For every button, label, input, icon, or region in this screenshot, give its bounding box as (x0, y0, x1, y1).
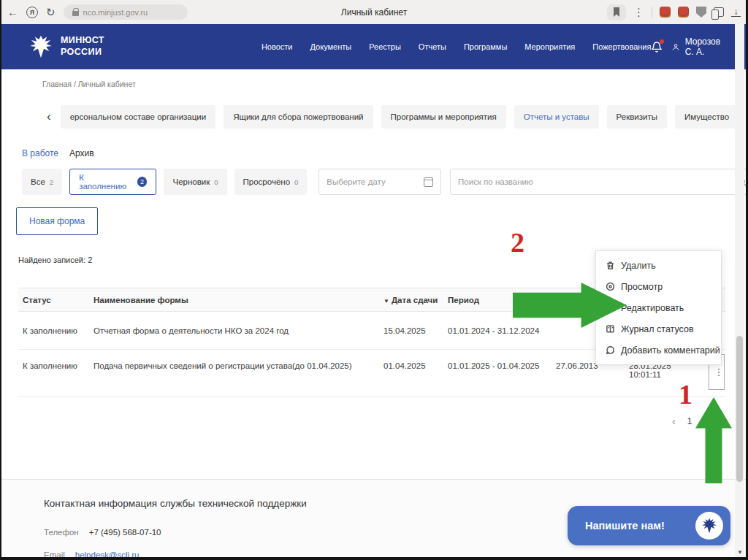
journal-icon (606, 324, 615, 334)
date-filter[interactable] (318, 169, 441, 195)
breadcrumb: Главная / Личный кабинет (42, 80, 136, 88)
annotation-number-1: 1 (679, 378, 692, 410)
cell-form-name: Отчетная форма о деятельности НКО за 202… (89, 326, 379, 335)
menu-item-documents[interactable]: Документы (310, 42, 352, 51)
main-menu: Новости Документы Реестры Отчеты Програм… (262, 42, 652, 51)
comment-icon (606, 345, 615, 355)
tab-property[interactable]: Имущество (675, 105, 739, 129)
view-archive[interactable]: Архив (69, 148, 94, 158)
records-found-label: Найдено записей: 2 (18, 256, 92, 264)
phone-label: Телефон (44, 528, 79, 537)
view-switch: В работе Архив (22, 148, 94, 158)
cell-due-date: 15.04.2025 (379, 326, 443, 335)
menu-item-registries[interactable]: Реестры (369, 42, 401, 51)
annotation-arrow-up (695, 397, 732, 483)
filter-chip-overdue[interactable]: Просрочено 0 (234, 169, 308, 195)
tab-org-staff[interactable]: ерсональном составе организации (61, 105, 216, 129)
notification-dot (660, 39, 664, 44)
logo-text: МИНЮСТ РОССИИ (61, 35, 104, 58)
tab-requisites[interactable]: Реквизиты (607, 105, 667, 129)
tab-reports-statutes[interactable]: Отчеты и уставы (514, 105, 599, 129)
scrollbar-thumb[interactable] (736, 336, 743, 482)
col-header-due-date[interactable]: ▼Дата сдачи (379, 296, 443, 304)
email-link[interactable]: helpdesk@scli.ru (75, 551, 140, 559)
eagle-emblem-icon (28, 34, 54, 60)
menu-item-reports[interactable]: Отчеты (419, 42, 446, 51)
write-us-button[interactable]: Напишите нам! (568, 506, 730, 545)
user-name: Морозов С. А. (685, 37, 724, 57)
filter-chip-to-fill[interactable]: К заполнению 2 (69, 169, 156, 195)
phone-value: +7 (495) 568-07-10 (89, 528, 161, 537)
browser-toolbar: ← Я ↻ nco.minjust.gov.ru Личный кабинет … (0, 0, 748, 24)
col-header-status[interactable]: Статус (18, 296, 89, 304)
cell-period: 01.01.2024 - 31.12.2024 (443, 326, 552, 335)
minjust-logo[interactable]: МИНЮСТ РОССИИ (28, 34, 104, 60)
search-box[interactable] (450, 169, 748, 195)
filter-chip-all[interactable]: Все 2 (22, 169, 62, 195)
browser-menu-icon[interactable]: ⋮ (633, 7, 644, 18)
chip-count: 2 (50, 178, 53, 186)
eye-icon (606, 282, 615, 291)
col-header-form-name[interactable]: Наименование формы (89, 296, 379, 304)
date-input[interactable] (327, 177, 424, 186)
write-us-emblem (695, 512, 723, 540)
menu-item-programs[interactable]: Программы (464, 42, 507, 51)
download-icon[interactable]: ↓ (731, 8, 741, 17)
bookmark-icon[interactable] (607, 4, 626, 20)
chip-count: 0 (214, 178, 218, 186)
page-prev-icon[interactable]: ‹ (672, 415, 676, 427)
shield-icon[interactable] (696, 7, 706, 18)
trash-icon (606, 261, 615, 270)
menu-item-add-comment[interactable]: Добавить комментарий (596, 340, 721, 361)
cell-due-date: 01.04.2025 (379, 350, 443, 370)
tab-programs-events[interactable]: Программы и мероприятия (381, 105, 506, 129)
menu-item-delete[interactable]: Удалить (596, 255, 721, 276)
annotation-number-2: 2 (511, 226, 524, 258)
tabs-scroll-left-icon[interactable]: ‹ (45, 110, 53, 124)
search-input[interactable] (458, 177, 738, 186)
filter-row: Все 2 К заполнению 2 Черновик 0 Просроче… (22, 169, 748, 195)
menu-item-events[interactable]: Мероприятия (524, 42, 575, 51)
view-in-progress[interactable]: В работе (22, 148, 58, 158)
scrollbar-down-icon[interactable]: ▼ (737, 549, 743, 556)
cell-form-name: Подача первичных сведений о регистрации … (89, 350, 379, 370)
menu-item-view[interactable]: Просмотр (596, 276, 721, 297)
menu-item-news[interactable]: Новости (262, 42, 293, 51)
new-form-button[interactable]: Новая форма (16, 207, 98, 235)
page-scrollbar[interactable]: ▼ (735, 24, 744, 557)
back-icon[interactable]: ← (7, 7, 18, 18)
lock-icon (72, 8, 79, 16)
user-account[interactable]: Морозов С. А. (672, 37, 723, 57)
collections-icon[interactable] (714, 7, 724, 17)
chip-count: 0 (294, 178, 298, 186)
notifications-bell-icon[interactable] (651, 41, 663, 53)
footer-title: Контактная информация службы технической… (44, 498, 307, 509)
address-bar[interactable]: nco.minjust.gov.ru (64, 4, 188, 20)
section-tabs: ‹ ерсональном составе организации Ящики … (45, 105, 703, 129)
extension-icon-2[interactable] (678, 7, 689, 18)
eagle-emblem-icon (701, 517, 718, 534)
browser-home-icon[interactable]: Я (26, 7, 38, 18)
page-number[interactable]: 1 (687, 416, 692, 426)
cell-status: К заполнению (18, 326, 89, 335)
cell-status: К заполнению (18, 350, 89, 370)
menu-item-donations[interactable]: Пожертвования (592, 42, 651, 51)
calendar-icon (424, 177, 433, 187)
email-label: Email (44, 551, 65, 559)
tab-donation-boxes[interactable]: Ящики для сбора пожертвований (224, 105, 373, 129)
cell-period: 01.01.2025 - 01.04.2025 (443, 350, 552, 370)
refresh-icon[interactable]: ↻ (46, 7, 56, 18)
chip-count-badge: 2 (137, 177, 148, 187)
url-text: nco.minjust.gov.ru (83, 8, 148, 17)
write-us-label: Напишите нам! (585, 520, 695, 532)
top-navbar: МИНЮСТ РОССИИ Новости Документы Реестры … (0, 24, 748, 69)
sort-desc-icon[interactable]: ▼ (383, 298, 389, 304)
user-icon (672, 42, 679, 53)
toolbar-divider (652, 7, 652, 18)
menu-item-status-log[interactable]: Журнал статусов (596, 318, 721, 340)
extension-icon-1[interactable] (660, 7, 671, 18)
filter-chip-draft[interactable]: Черновик 0 (164, 169, 226, 195)
footer: Контактная информация службы технической… (0, 479, 748, 560)
